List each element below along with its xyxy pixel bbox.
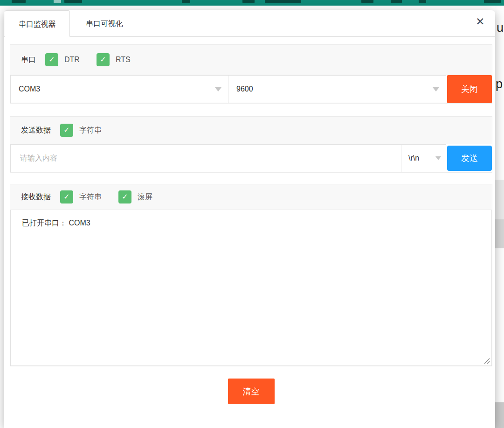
send-input-row: \r\n 发送 [10, 144, 492, 172]
clear-button[interactable]: 清空 [228, 379, 275, 404]
toolbar-fragment [265, 0, 301, 3]
autoscroll-checkbox[interactable]: ✓ [118, 190, 131, 203]
baud-select-value: 9600 [236, 85, 253, 93]
rts-checkbox[interactable]: ✓ [97, 53, 110, 66]
dtr-checkbox-group: ✓ DTR [45, 53, 80, 66]
receive-panel-header: 接收数据 ✓ 字符串 ✓ 滚屏 [10, 184, 492, 210]
dialog-content: 串口 ✓ DTR ✓ RTS COM3 [10, 44, 492, 404]
background-block [495, 219, 504, 248]
port-select-value: COM3 [19, 85, 40, 93]
background-partial-text: p [496, 78, 503, 91]
receive-panel-title: 接收数据 [21, 192, 51, 202]
toolbar-fragment [484, 0, 501, 3]
tab-serial-visualization[interactable]: 串口可视化 [70, 10, 139, 37]
chevron-down-icon [215, 87, 221, 91]
toolbar-fragment [419, 0, 426, 3]
send-string-checkbox[interactable]: ✓ [60, 124, 73, 137]
port-settings-row: COM3 9600 关闭 [10, 75, 492, 103]
background-toolbar [0, 0, 504, 6]
serial-monitor-dialog: 串口监视器 串口可视化 ✕ 串口 ✓ DTR ✓ RT [4, 10, 495, 428]
close-port-button[interactable]: 关闭 [447, 75, 492, 103]
check-icon: ✓ [100, 56, 106, 63]
port-panel: 串口 ✓ DTR ✓ RTS COM3 [10, 44, 492, 104]
tab-bar: 串口监视器 串口可视化 ✕ [4, 10, 495, 37]
close-icon[interactable]: ✕ [473, 14, 488, 29]
toolbar-fragment [12, 0, 26, 3]
toolbar-fragment [54, 0, 61, 3]
background-block [495, 402, 504, 428]
receive-output-text: 已打开串口： COM3 [22, 219, 90, 227]
rts-label: RTS [116, 56, 131, 64]
receive-string-label: 字符串 [79, 192, 102, 202]
check-icon: ✓ [122, 193, 128, 201]
send-panel: 发送数据 ✓ 字符串 \r\n 发送 [10, 116, 492, 173]
send-input[interactable] [10, 144, 401, 172]
send-string-checkbox-group: ✓ 字符串 [60, 124, 102, 137]
toolbar-fragment [182, 0, 190, 3]
toolbar-fragment [64, 0, 82, 3]
autoscroll-checkbox-group: ✓ 滚屏 [118, 190, 152, 203]
line-ending-value: \r\n [408, 154, 419, 162]
autoscroll-label: 滚屏 [138, 192, 152, 202]
toolbar-fragment [391, 0, 402, 3]
resize-handle-icon[interactable] [484, 358, 490, 364]
receive-panel: 接收数据 ✓ 字符串 ✓ 滚屏 已打开串口： COM3 [10, 184, 492, 366]
receive-string-checkbox-group: ✓ 字符串 [60, 190, 102, 203]
port-panel-header: 串口 ✓ DTR ✓ RTS [10, 45, 492, 75]
baud-rate-select[interactable]: 9600 [228, 75, 446, 103]
tab-serial-monitor[interactable]: 串口监视器 [5, 10, 70, 37]
receive-string-checkbox[interactable]: ✓ [60, 190, 73, 203]
check-icon: ✓ [63, 126, 69, 134]
send-panel-header: 发送数据 ✓ 字符串 [10, 117, 492, 144]
send-panel-title: 发送数据 [21, 126, 51, 135]
chevron-down-icon [433, 87, 439, 91]
port-panel-title: 串口 [21, 55, 36, 65]
background-partial-text: u [497, 21, 504, 34]
toolbar-fragment [361, 0, 373, 3]
line-ending-select[interactable]: \r\n [401, 144, 446, 172]
check-icon: ✓ [48, 56, 55, 63]
check-icon: ✓ [63, 193, 69, 201]
rts-checkbox-group: ✓ RTS [97, 53, 131, 66]
tab-label: 串口可视化 [86, 20, 123, 28]
background-block [495, 180, 504, 219]
dtr-label: DTR [64, 56, 80, 64]
chevron-down-icon [435, 156, 441, 160]
port-select[interactable]: COM3 [10, 75, 228, 103]
tab-label: 串口监视器 [19, 20, 56, 28]
toolbar-fragment [242, 0, 255, 3]
receive-output-area[interactable]: 已打开串口： COM3 [10, 210, 492, 366]
send-button[interactable]: 发送 [447, 146, 492, 171]
send-string-label: 字符串 [79, 126, 102, 135]
dtr-checkbox[interactable]: ✓ [45, 53, 58, 66]
